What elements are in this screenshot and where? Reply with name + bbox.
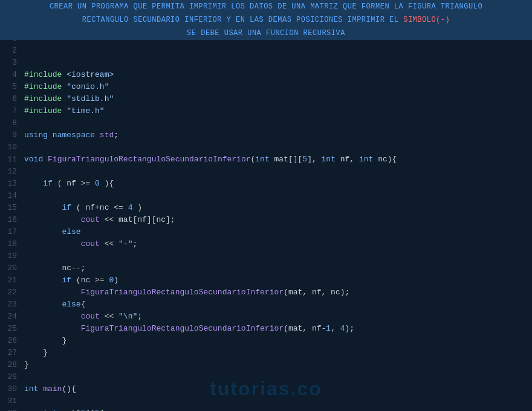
code-line: }: [24, 359, 532, 371]
code-line: FiguraTrianguloRectanguloSecundarioInfer…: [24, 323, 532, 335]
code-line: [24, 141, 532, 154]
code-line: [24, 166, 532, 178]
code-line: else: [24, 226, 532, 238]
code-editor: CREAR UN PROGRAMA QUE PERMITA IMPRIMIR L…: [0, 0, 532, 411]
code-line: void FiguraTrianguloRectanguloSecundario…: [24, 154, 532, 166]
code-content: #include <iostream> #include "conio.h" #…: [22, 33, 532, 411]
code-line: else{: [24, 299, 532, 311]
code-line: if ( nf+nc <= 4 ): [24, 202, 532, 214]
code-line: [24, 371, 532, 383]
code-line: [24, 45, 532, 57]
code-line: if (nc >= 0): [24, 274, 532, 286]
code-line: #include <iostream>: [24, 69, 532, 81]
code-line: }: [24, 347, 532, 359]
code-line: int mat[5][5];: [24, 407, 532, 411]
code-line: [24, 190, 532, 202]
comment-line3: SE DEBE USAR UNA FUNCION RECURSIVA: [0, 27, 532, 40]
line-numbers: 1 2 3 4 5 6 7 8 9 10 11 12 13 14 15 16 1…: [0, 33, 22, 411]
code-line: #include "conio.h": [24, 81, 532, 93]
code-line: [24, 395, 532, 407]
code-line: nc--;: [24, 262, 532, 274]
code-line: int main(){: [24, 383, 532, 395]
code-line: FiguraTrianguloRectanguloSecundarioInfer…: [24, 286, 532, 299]
code-line: if ( nf >= 0 ){: [24, 178, 532, 190]
code-line: [24, 117, 532, 129]
code-line: [24, 57, 532, 69]
code-line: #include "stdlib.h": [24, 93, 532, 105]
code-line: [24, 250, 532, 262]
code-line: }: [24, 335, 532, 347]
code-line: cout << "-";: [24, 238, 532, 250]
code-line: cout << mat[nf][nc];: [24, 214, 532, 226]
code-line: using namespace std;: [24, 129, 532, 141]
code-line: #include "time.h": [24, 105, 532, 117]
comment-line1: CREAR UN PROGRAMA QUE PERMITA IMPRIMIR L…: [0, 0, 532, 13]
comment-line2: RECTANGULO SECUNDARIO INFERIOR Y EN LAS …: [0, 13, 532, 27]
code-line: cout << "\n";: [24, 311, 532, 323]
